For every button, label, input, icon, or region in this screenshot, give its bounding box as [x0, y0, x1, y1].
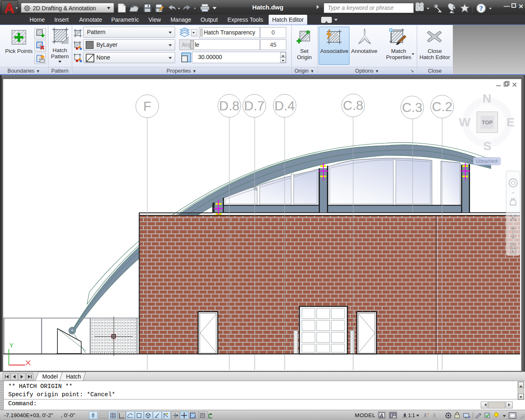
- svg-text:E: E: [507, 115, 515, 129]
- svg-text:C.3: C.3: [402, 100, 422, 115]
- svg-text:Y: Y: [9, 342, 14, 349]
- svg-text:Unnamed: Unnamed: [476, 158, 497, 164]
- svg-text:F: F: [143, 99, 151, 114]
- svg-text:D.7: D.7: [244, 98, 265, 113]
- svg-text:Hatch: Hatch: [66, 373, 81, 380]
- svg-text:TOP: TOP: [482, 119, 493, 126]
- svg-text:D.8: D.8: [219, 98, 240, 113]
- svg-text:N: N: [482, 91, 491, 105]
- svg-text:C.8: C.8: [343, 98, 363, 113]
- svg-text:D.4: D.4: [274, 98, 295, 113]
- svg-text:W: W: [459, 115, 471, 129]
- svg-text:?: ?: [479, 5, 483, 12]
- svg-text:Model: Model: [42, 373, 58, 380]
- svg-text:C.2: C.2: [432, 99, 452, 114]
- svg-text:1:1: 1:1: [408, 413, 415, 418]
- svg-text:S: S: [483, 139, 491, 153]
